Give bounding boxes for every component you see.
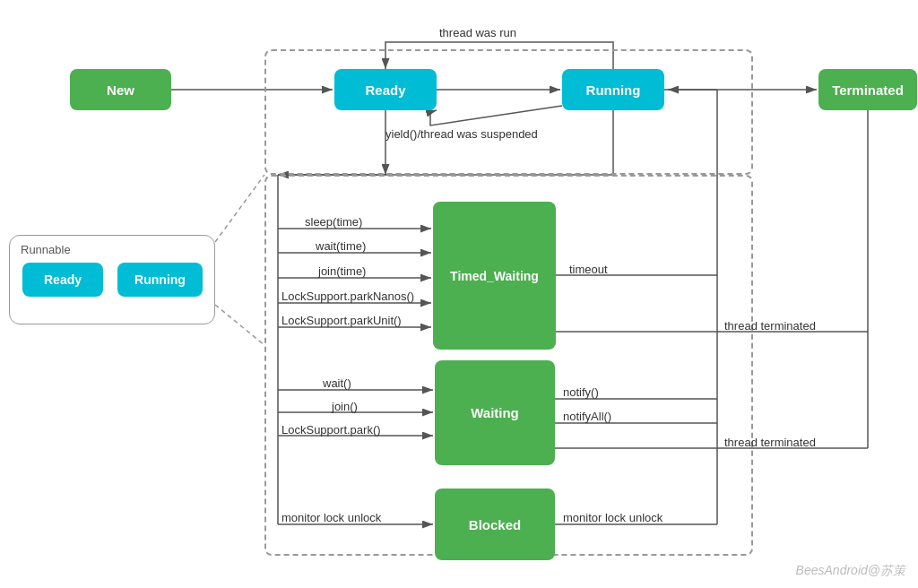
timeout-label: timeout <box>569 263 608 276</box>
svg-line-6 <box>215 305 264 345</box>
lock-support-park-unit-label: LockSupport.parkUnit() <box>281 314 402 327</box>
ready-inner-state: Ready <box>22 263 103 297</box>
blocked-state: Blocked <box>435 489 555 560</box>
yield-suspended-label: yield()/thread was suspended <box>385 127 538 141</box>
monitor-lock-unlock-right-label: monitor lock unlock <box>563 511 663 524</box>
svg-line-5 <box>215 175 264 242</box>
runnable-label: Runnable <box>21 243 71 256</box>
terminated-state: Terminated <box>818 69 917 110</box>
join-label: join() <box>332 400 358 413</box>
sleep-time-label: sleep(time) <box>305 215 362 229</box>
wait-time-label: wait(time) <box>316 239 366 253</box>
running-state: Running <box>562 69 664 110</box>
timed-waiting-state: Timed_Waiting <box>433 202 556 350</box>
wait-label: wait() <box>323 376 351 390</box>
diagram-container: Runnable Ready Running New Ready Running… <box>0 0 918 588</box>
thread-terminated-2-label: thread terminated <box>724 436 816 449</box>
watermark-label: BeesAndroid@苏策 <box>796 563 905 579</box>
running-inner-state: Running <box>117 263 203 297</box>
notify-all-label: notifyAll() <box>563 410 611 423</box>
runnable-dashed-box <box>264 49 753 175</box>
monitor-lock-unlock-left-label: monitor lock unlock <box>281 511 381 524</box>
thread-terminated-1-label: thread terminated <box>724 319 816 333</box>
runnable-box: Runnable Ready Running <box>9 235 215 324</box>
lock-support-park-nanos-label: LockSupport.parkNanos() <box>281 290 414 303</box>
ready-state: Ready <box>334 69 437 110</box>
join-time-label: join(time) <box>318 264 366 278</box>
lock-support-park-label: LockSupport.park() <box>281 423 381 437</box>
thread-was-run-label: thread was run <box>439 26 516 39</box>
waiting-state: Waiting <box>435 360 555 465</box>
notify-label: notify() <box>563 385 599 399</box>
new-state: New <box>70 69 171 110</box>
